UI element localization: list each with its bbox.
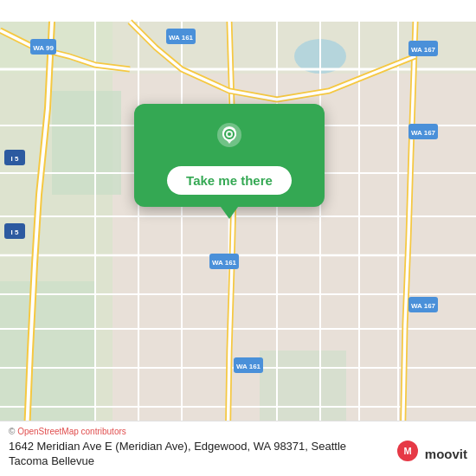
svg-text:WA 167: WA 167 bbox=[411, 129, 436, 137]
svg-rect-4 bbox=[52, 91, 121, 195]
svg-text:WA 167: WA 167 bbox=[411, 302, 436, 310]
svg-text:WA 167: WA 167 bbox=[411, 46, 436, 54]
svg-text:M: M bbox=[403, 446, 411, 456]
moovit-logo: M moovit bbox=[394, 440, 467, 467]
svg-text:WA 161: WA 161 bbox=[169, 34, 194, 42]
take-me-there-button[interactable]: Take me there bbox=[167, 166, 292, 195]
address-text: 1642 Meridian Ave E (Meridian Ave), Edge… bbox=[9, 439, 385, 469]
svg-rect-2 bbox=[0, 22, 476, 74]
moovit-brand-text: moovit bbox=[425, 447, 467, 461]
map-container: WA 99 WA 161 WA 167 WA 167 I 5 I 5 WA 16… bbox=[0, 0, 476, 476]
bottom-bar: © OpenStreetMap contributors 1642 Meridi… bbox=[0, 421, 476, 476]
svg-point-49 bbox=[228, 132, 231, 136]
svg-text:I 5: I 5 bbox=[11, 228, 19, 236]
map-background: WA 99 WA 161 WA 167 WA 167 I 5 I 5 WA 16… bbox=[0, 0, 476, 476]
moovit-icon: M bbox=[394, 440, 421, 467]
svg-text:WA 161: WA 161 bbox=[212, 259, 237, 267]
svg-text:WA 161: WA 161 bbox=[236, 363, 261, 370]
location-pin-icon bbox=[210, 119, 248, 158]
svg-text:WA 99: WA 99 bbox=[33, 44, 54, 52]
location-popup: Take me there bbox=[134, 104, 325, 207]
svg-text:I 5: I 5 bbox=[11, 155, 19, 163]
address-row: 1642 Meridian Ave E (Meridian Ave), Edge… bbox=[9, 439, 467, 469]
openstreetmap-link[interactable]: OpenStreetMap contributors bbox=[17, 427, 126, 436]
map-attribution: © OpenStreetMap contributors bbox=[9, 427, 467, 436]
